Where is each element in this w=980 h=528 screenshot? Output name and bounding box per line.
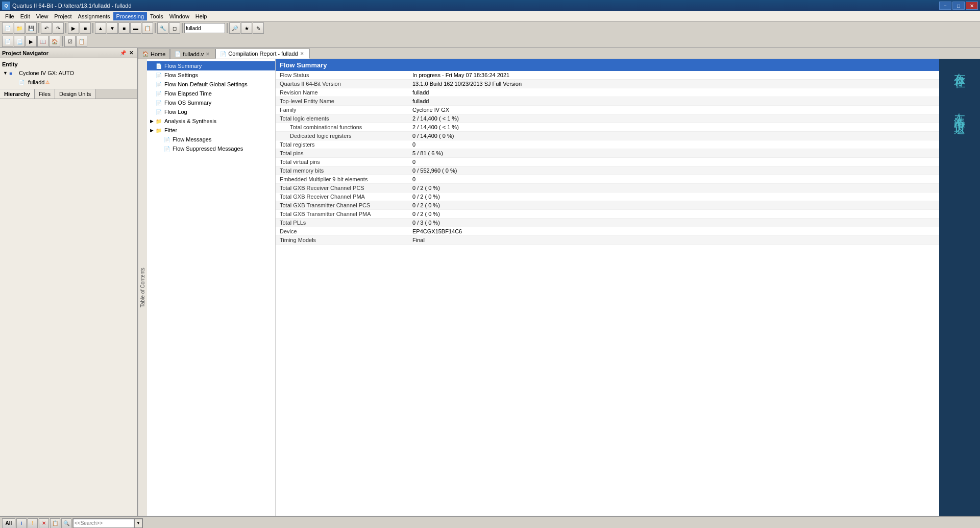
center-area: 🏠 Home 📄 fulladd.v ✕ 📄 Compilation Repor… (138, 48, 980, 516)
tb-extra1[interactable]: 🔎 (229, 22, 240, 34)
summary-row: Total GXB Receiver Channel PMA0 / 2 ( 0 … (276, 193, 939, 201)
tb-chip-plan[interactable]: ◻ (169, 22, 180, 34)
tb2-4[interactable]: 📖 (37, 36, 48, 47)
tab-files[interactable]: Files (35, 89, 55, 99)
tb2-6[interactable]: ☑ (64, 36, 76, 47)
summary-row: Top-level Entity Namefulladd (276, 97, 939, 106)
tb-redo[interactable]: ↷ (53, 22, 64, 34)
msg-err-btn[interactable]: ✕ (39, 518, 49, 529)
menu-bar: File Edit View Project Assignments Proce… (0, 11, 980, 21)
menu-edit[interactable]: Edit (17, 12, 33, 20)
menu-tools[interactable]: Tools (147, 12, 166, 20)
window-title: Quartus II 64-Bit - D:/altera/13.1/fulla… (12, 3, 939, 9)
toc-content: 📄 Flow Summary 📄 Flow Settings 📄 Flow No… (147, 59, 275, 155)
tb2-1[interactable]: 📄 (2, 36, 13, 47)
tb-rtl[interactable]: ▲ (95, 22, 106, 34)
tab-report-close[interactable]: ✕ (300, 51, 305, 56)
search-input[interactable] (73, 519, 134, 528)
tb-extra2[interactable]: ★ (241, 22, 252, 34)
toc-expand-8[interactable]: ► (149, 127, 154, 133)
tb-save[interactable]: 💾 (26, 22, 37, 34)
panel-close-icon[interactable]: ✕ (128, 50, 135, 57)
toc-header: Table of Contents (138, 59, 147, 516)
toc-analysis-synthesis[interactable]: ► 📁 Analysis & Synthesis (147, 116, 275, 126)
toc-fitter[interactable]: ► 📁 Fitter (147, 126, 275, 135)
tb2-7[interactable]: 📋 (76, 36, 87, 47)
tb2-2[interactable]: 📃 (14, 36, 25, 47)
menu-processing[interactable]: Processing (113, 12, 147, 20)
msg-filter-btn[interactable]: 🔍 (61, 518, 71, 529)
msg-warn-btn[interactable]: ! (28, 518, 38, 529)
menu-help[interactable]: Help (192, 12, 210, 20)
search-dropdown[interactable]: ▼ (134, 519, 142, 528)
nav-tabs: Hierarchy Files Design Units (0, 89, 137, 99)
summary-row: Quartus II 64-Bit Version13.1.0 Build 16… (276, 80, 939, 88)
toc-flow-summary[interactable]: 📄 Flow Summary (147, 61, 275, 70)
menu-project[interactable]: Project (51, 12, 75, 20)
menu-view[interactable]: View (33, 12, 52, 20)
close-button[interactable]: ✕ (966, 2, 978, 10)
toc-flow-os[interactable]: 📄 Flow OS Summary (147, 98, 275, 107)
toc-flow-messages[interactable]: 📄 Flow Messages (147, 135, 275, 144)
tb2-3[interactable]: ▶ (26, 36, 37, 47)
tb-map[interactable]: ▼ (107, 22, 118, 34)
chinese-deco-top: 有你在？ (953, 64, 966, 84)
device-node[interactable]: ▼ ■ Cyclone IV GX: AUTO (2, 68, 135, 78)
toc-header-text: Table of Contents (140, 268, 145, 307)
msg-info-btn[interactable]: i (16, 518, 27, 529)
toc-flow-log[interactable]: 📄 Flow Log (147, 107, 275, 116)
tb-extra3[interactable]: ✎ (253, 22, 264, 34)
toc-page-icon-4: 📄 (155, 90, 162, 97)
summary-row: Total virtual pins0 (276, 158, 939, 166)
toc-expand-7[interactable]: ► (149, 118, 154, 124)
tab-report-label: Compilation Report - fulladd (228, 51, 298, 57)
menu-assignments[interactable]: Assignments (75, 12, 113, 20)
tb-open[interactable]: 📁 (14, 22, 25, 34)
hierarchy-tree (0, 99, 137, 516)
maximize-button[interactable]: □ (952, 2, 965, 10)
summary-row: Total combinational functions2 / 14,400 … (276, 123, 939, 132)
tb-fit[interactable]: ■ (118, 22, 130, 34)
device-expand[interactable]: ▼ (3, 70, 9, 76)
tab-hierarchy[interactable]: Hierarchy (0, 89, 35, 99)
tb-new[interactable]: 📄 (2, 22, 13, 34)
device-label: Cyclone IV GX: AUTO (19, 70, 74, 76)
tab-compilation-report[interactable]: 📄 Compilation Report - fulladd ✕ (215, 49, 309, 59)
entity-section: Entity ▼ ■ Cyclone IV GX: AUTO 📄 fulladd… (0, 58, 137, 89)
toc-flow-elapsed[interactable]: 📄 Flow Elapsed Time (147, 89, 275, 98)
toc-flow-settings[interactable]: 📄 Flow Settings (147, 70, 275, 80)
search-container: ▼ (72, 518, 143, 529)
toc-label-analysis: Analysis & Synthesis (164, 118, 216, 124)
project-navigator-title: Project Navigator (2, 50, 48, 56)
file-node[interactable]: 📄 fulladd ⚠ (2, 78, 135, 87)
menu-file[interactable]: File (2, 12, 17, 20)
right-decoration: 有你在？ 在人海中进退 (939, 59, 980, 516)
menu-window[interactable]: Window (166, 12, 192, 20)
tb-asm[interactable]: ▬ (130, 22, 141, 34)
device-filter[interactable] (184, 23, 225, 33)
tab-fulladd-v[interactable]: 📄 fulladd.v ✕ (170, 49, 215, 59)
chip-icon: ■ (9, 69, 17, 77)
toc-page-icon-6: 📄 (155, 108, 162, 115)
app-icon: Q (2, 2, 10, 10)
tb-sta[interactable]: 📋 (142, 22, 153, 34)
summary-row: Total memory bits0 / 552,960 ( 0 %) (276, 166, 939, 175)
tb2-5[interactable]: 🏠 (49, 36, 60, 47)
toolbar-row-1: 📄 📁 💾 ↶ ↷ ▶ ■ ▲ ▼ ■ ▬ 📋 🔧 ◻ 🔎 ★ ✎ (0, 21, 980, 35)
tb-undo[interactable]: ↶ (41, 22, 52, 34)
panel-pin-icon[interactable]: 📌 (119, 50, 127, 57)
toc-flow-suppressed[interactable]: 📄 Flow Suppressed Messages (147, 144, 275, 153)
title-bar: Q Quartus II 64-Bit - D:/altera/13.1/ful… (0, 0, 980, 11)
msg-extra-btn[interactable]: 📋 (50, 518, 60, 529)
tab-design-units[interactable]: Design Units (55, 89, 95, 99)
tb-programmer[interactable]: 🔧 (157, 22, 168, 34)
toolbar-area: 📄 📁 💾 ↶ ↷ ▶ ■ ▲ ▼ ■ ▬ 📋 🔧 ◻ 🔎 ★ ✎ 📄 📃 ▶ … (0, 21, 980, 48)
tab-home[interactable]: 🏠 Home (138, 49, 170, 59)
minimize-button[interactable]: − (939, 2, 951, 10)
all-btn[interactable]: All (2, 518, 15, 529)
tb-stop[interactable]: ■ (80, 22, 91, 34)
toc-flow-non-default[interactable]: 📄 Flow Non-Default Global Settings (147, 80, 275, 89)
toc-label-flow-messages: Flow Messages (173, 136, 211, 142)
tb-compile[interactable]: ▶ (68, 22, 79, 34)
tab-fulladd-close[interactable]: ✕ (206, 52, 211, 57)
